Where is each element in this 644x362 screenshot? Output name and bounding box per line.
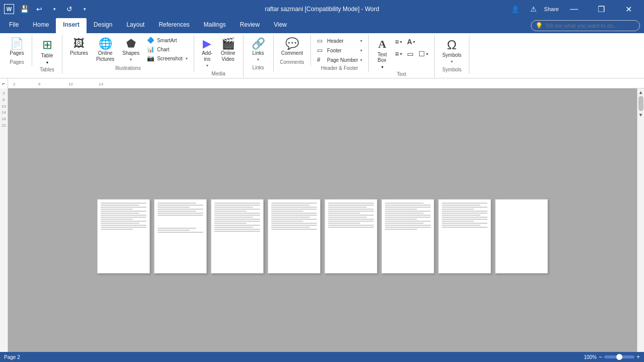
chart-button[interactable]: 📊 Chart (145, 45, 190, 53)
tab-design[interactable]: Design (87, 18, 119, 33)
zoom-out-button[interactable]: − (599, 353, 602, 360)
page-thumbnail-3[interactable] (211, 199, 264, 274)
addins-button[interactable]: ▶ Add-ins ▾ (198, 36, 216, 70)
textbox-dropdown-arrow: ▾ (381, 65, 383, 69)
symbols-group: Ω Symbols ▾ Symbols (435, 35, 469, 73)
object-button[interactable]: ☐ ▾ (417, 48, 430, 59)
ruler-corner[interactable]: ⌐ (0, 78, 8, 88)
symbols-button[interactable]: Ω Symbols ▾ (439, 36, 465, 66)
zoom-level: 100% (584, 354, 597, 360)
light-bulb-icon: 💡 (535, 22, 543, 29)
page-thumbnail-2[interactable] (154, 199, 207, 274)
page-number-button[interactable]: # Page Number ▾ (315, 55, 364, 64)
tab-review[interactable]: Review (233, 18, 267, 33)
page2-lines (157, 203, 203, 233)
wordart-button[interactable]: A ▾ (405, 36, 417, 47)
minimize-button[interactable]: — (562, 0, 586, 18)
page-thumbnail-4[interactable] (268, 199, 320, 274)
page6-content (382, 200, 434, 233)
zoom-in-button[interactable]: + (636, 353, 640, 360)
shapes-button[interactable]: ⬟ Shapes ▾ (119, 36, 143, 64)
pages-group: 📄 Pages Pages (2, 35, 32, 66)
scroll-up-button[interactable]: ▲ (638, 89, 643, 95)
page6-lines (385, 203, 431, 230)
quick-parts-dropdown: ▾ (400, 40, 402, 44)
textbox-button[interactable]: A TextBox (373, 36, 392, 64)
tell-me-box[interactable]: 💡 (531, 20, 640, 31)
page-thumbnail-7[interactable] (438, 199, 491, 274)
tab-file[interactable]: File (2, 18, 26, 33)
account-icon[interactable]: 👤 (508, 2, 522, 16)
wordart-icon: A (407, 38, 412, 46)
title-bar: W 💾 ↩ ▾ ↺ ▾ raftar sazmani [Compatibilit… (0, 0, 644, 18)
smartart-button[interactable]: 🔷 SmartArt (145, 36, 190, 44)
redo-button[interactable]: ↺ (62, 2, 76, 16)
page-thumbnail-1[interactable] (97, 199, 150, 274)
textbox-dropdown[interactable]: ▾ (378, 64, 387, 70)
vertical-scrollbar[interactable]: ▲ ▼ (637, 88, 644, 362)
scroll-down-button[interactable]: ▼ (638, 112, 643, 118)
undo-button[interactable]: ↩ (32, 2, 46, 16)
page3-lines (214, 203, 260, 232)
warning-icon[interactable]: ⚠ (526, 2, 540, 16)
close-button[interactable]: ✕ (617, 0, 640, 18)
page-thumbnail-5[interactable] (325, 199, 377, 274)
comment-button[interactable]: 💬 Comment (278, 36, 306, 58)
footer-button[interactable]: ▭ Footer ▾ (315, 46, 364, 55)
table-dropdown[interactable]: ▾ (43, 60, 52, 66)
pages-button[interactable]: 📄 Pages (6, 36, 27, 58)
scroll-thumb[interactable] (638, 96, 643, 111)
footer-dropdown-arrow: ▾ (360, 48, 362, 53)
pictures-icon: 🖼 (73, 38, 85, 49)
restore-button[interactable]: ❐ (590, 0, 613, 18)
zoom-slider[interactable] (604, 355, 634, 358)
tables-group-label: Tables (36, 67, 58, 73)
tell-me-input[interactable] (545, 23, 635, 29)
tab-mailings[interactable]: Mailings (197, 18, 233, 33)
quick-parts-icon: ≡ (395, 38, 399, 46)
text-group-content: A TextBox ▾ ≡ ▾ A (373, 36, 430, 70)
tab-insert[interactable]: Insert (56, 18, 87, 33)
quick-parts-button[interactable]: ≡ ▾ (393, 36, 404, 47)
share-button[interactable]: Share (544, 2, 558, 16)
tab-view[interactable]: View (267, 18, 294, 33)
screenshot-button[interactable]: 📷 Screenshot ▾ (145, 54, 190, 62)
horizontal-ruler: 2 6 10 14 (8, 78, 644, 88)
addins-dropdown-arrow: ▾ (206, 63, 208, 68)
zoom-slider-thumb[interactable] (616, 354, 622, 360)
pictures-button[interactable]: 🖼 Pictures (66, 36, 92, 64)
text-small-buttons: ≡ ▾ A ▾ ≡ ▾ ▭ (393, 36, 430, 59)
tab-layout[interactable]: Layout (119, 18, 151, 33)
svg-text:6: 6 (38, 82, 41, 86)
undo-dropdown-button[interactable]: ▾ (47, 2, 61, 16)
shapes-icon: ⬟ (126, 38, 136, 49)
wordart-dropdown: ▾ (413, 40, 415, 44)
tab-home[interactable]: Home (26, 18, 56, 33)
tables-group: ⊞ Table ▾ Tables (32, 35, 62, 73)
signature-button[interactable]: ▭ (405, 48, 416, 59)
header-button[interactable]: ▭ Header ▾ (315, 36, 364, 45)
page3-content (211, 200, 263, 235)
dropcap-button[interactable]: ≡ ▾ (393, 48, 404, 59)
links-button[interactable]: 🔗 Links ▾ (248, 36, 269, 64)
online-pictures-button[interactable]: 🌐 OnlinePictures (93, 36, 118, 64)
online-video-button[interactable]: 🎬 OnlineVideo (217, 36, 239, 64)
page-thumbnail-6[interactable] (381, 199, 434, 274)
page1-content (98, 200, 149, 233)
symbols-group-label: Symbols (439, 67, 465, 73)
customize-qat-button[interactable]: ▾ (77, 2, 92, 16)
illustrations-group-content: 🖼 Pictures 🌐 OnlinePictures ⬟ Shapes ▾ (66, 36, 190, 64)
table-icon: ⊞ (42, 38, 52, 52)
page7-lines (442, 203, 488, 228)
tab-references[interactable]: References (151, 18, 196, 33)
textbox-icon: A (378, 38, 386, 51)
table-button[interactable]: ⊞ Table (38, 36, 57, 60)
illustrations-group-label: Illustrations (66, 65, 190, 72)
dropcap-icon: ≡ (395, 50, 399, 58)
svg-text:2: 2 (13, 82, 16, 86)
main-area: 2 6 10 14 18 22 (0, 88, 644, 362)
page-thumbnail-8[interactable] (495, 199, 548, 274)
save-button[interactable]: 💾 (17, 2, 31, 16)
pages-strip (97, 199, 548, 274)
svg-text:10: 10 (68, 82, 73, 86)
